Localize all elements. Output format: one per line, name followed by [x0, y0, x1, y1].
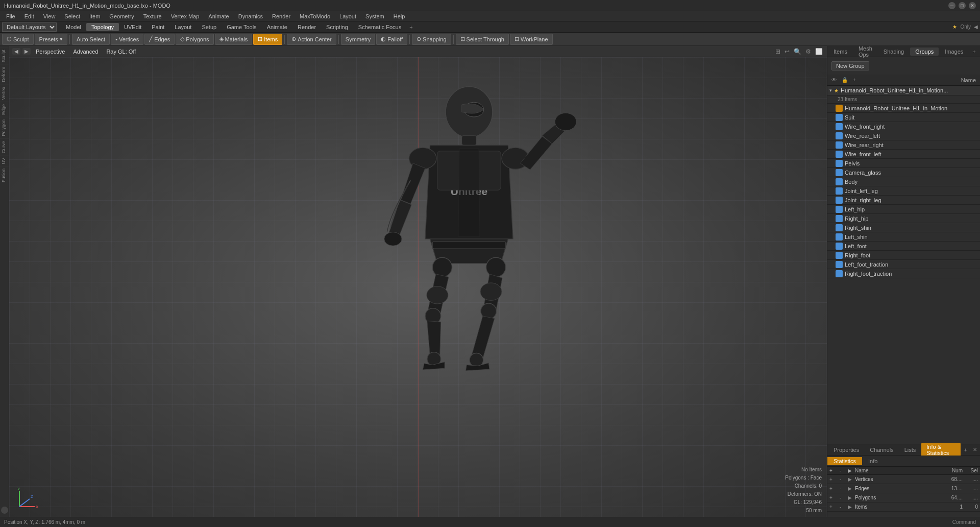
tab-model[interactable]: Model — [61, 23, 86, 31]
scene-item-wire-rear-left[interactable]: Wire_rear_left — [827, 131, 980, 140]
tab-scripting[interactable]: Scripting — [321, 23, 353, 31]
action-center-button[interactable]: ⊕ Action Center — [287, 34, 336, 45]
tab-uvedit[interactable]: UVEdit — [119, 23, 146, 31]
rb-tab-add[interactable]: + — [961, 446, 970, 454]
scene-group-header[interactable]: ▾ ★ Humanoid_Robot_Unitree_H1_in_Motion.… — [827, 86, 980, 95]
materials-button[interactable]: ◈ Materials — [215, 34, 253, 45]
scene-item-wire-front-left[interactable]: Wire_front_left — [827, 150, 980, 159]
viewport-settings-icon[interactable]: ⚙ — [804, 47, 812, 56]
sidebar-tab-polygon[interactable]: Polygon — [0, 117, 9, 138]
stats-row-items[interactable]: + - ▶ Items 1 0 — [827, 502, 980, 512]
workplane-button[interactable]: ⊟ WorkPlane — [510, 34, 553, 45]
tab-animate[interactable]: Animate — [262, 23, 292, 31]
tab-layout[interactable]: Layout — [169, 23, 197, 31]
symmetry-button[interactable]: Symmetry — [341, 34, 376, 45]
menu-help[interactable]: Help — [389, 12, 409, 20]
viewport-nav-right[interactable]: ▶ — [22, 48, 31, 55]
vertices-button[interactable]: • Vertices — [111, 34, 143, 45]
sidebar-tab-edge[interactable]: Edge — [0, 102, 9, 117]
sidebar-tab-sculpt[interactable]: Sculpt — [0, 47, 9, 64]
viewport-maximize-icon[interactable]: ⬜ — [814, 47, 824, 56]
sidebar-tab-vertex[interactable]: Vertex — [0, 84, 9, 102]
tab-render[interactable]: Render — [292, 23, 321, 31]
menu-view[interactable]: View — [39, 12, 60, 20]
menu-render[interactable]: Render — [268, 12, 295, 20]
sidebar-tab-curve[interactable]: Curve — [0, 138, 9, 155]
menu-system[interactable]: System — [361, 12, 388, 20]
sidebar-tab-fusion[interactable]: Fusion — [0, 166, 9, 184]
tab-schematic-focus[interactable]: Schematic Focus — [353, 23, 406, 31]
menu-animate[interactable]: Animate — [204, 12, 233, 20]
minimize-button[interactable]: ─ — [948, 2, 955, 9]
tab-topology[interactable]: Topology — [86, 23, 119, 31]
stats-row-polygons[interactable]: + - ▶ Polygons 64.... .... — [827, 493, 980, 502]
snapping-button[interactable]: ⊙ Snapping — [412, 34, 451, 45]
sidebar-bottom-btn[interactable] — [1, 507, 8, 514]
polygons-button[interactable]: ◇ Polygons — [176, 34, 213, 45]
rp-tab-add[interactable]: + — [969, 47, 978, 56]
rp-tab-shading[interactable]: Shading — [878, 47, 909, 56]
viewport-advanced-label[interactable]: Advanced — [70, 48, 101, 55]
scene-add-icon[interactable]: + — [851, 77, 858, 83]
items-button[interactable]: ⊞ Items — [253, 34, 282, 45]
tab-game-tools[interactable]: Game Tools — [222, 23, 262, 31]
rb-tab-info-stats[interactable]: Info & Statistics — [921, 443, 960, 457]
rb-tab-properties[interactable]: Properties — [828, 446, 864, 454]
scene-vis-icon[interactable]: 👁 — [829, 77, 839, 83]
sidebar-tab-uv[interactable]: UV — [0, 155, 9, 166]
menu-edit[interactable]: Edit — [20, 12, 38, 20]
scene-item-right-hip[interactable]: Right_hip — [827, 214, 980, 223]
tab-setup[interactable]: Setup — [197, 23, 222, 31]
rb-tab-channels[interactable]: Channels — [865, 446, 898, 454]
viewport-undo-view-icon[interactable]: ↩ — [783, 47, 791, 56]
viewport-perspective-label[interactable]: Perspective — [33, 48, 68, 55]
menu-item[interactable]: Item — [85, 12, 104, 20]
scene-item-left-hip[interactable]: Left_hip — [827, 205, 980, 214]
sculpt-button[interactable]: ⬡ Sculpt — [2, 34, 34, 45]
falloff-button[interactable]: ◐ Falloff — [376, 34, 407, 45]
rp-tab-groups[interactable]: Groups — [910, 47, 939, 56]
scene-item-joint-right-leg[interactable]: Joint_right_leg — [827, 196, 980, 205]
rp-tab-mesh-ops[interactable]: Mesh Ops — [853, 44, 877, 59]
scene-item-left-foot-traction[interactable]: Left_foot_traction — [827, 260, 980, 269]
viewport-canvas[interactable]: Unitree — [9, 57, 827, 517]
layout-tab-add[interactable]: + — [406, 23, 415, 31]
rb-tab-lists[interactable]: Lists — [899, 446, 921, 454]
scene-item-camera-glass[interactable]: Camera_glass — [827, 168, 980, 177]
menu-geometry[interactable]: Geometry — [105, 12, 138, 20]
rp-tab-images[interactable]: Images — [940, 47, 968, 56]
rp-tab-items[interactable]: Items — [828, 47, 852, 56]
close-button[interactable]: ✕ — [969, 2, 976, 9]
presets-button[interactable]: Presets ▾ — [35, 34, 67, 45]
viewport-ray-gl-label[interactable]: Ray GL: Off — [103, 48, 139, 55]
menu-layout[interactable]: Layout — [335, 12, 360, 20]
scene-item-left-shin[interactable]: Left_shin — [827, 232, 980, 242]
scene-item-wire-front-right[interactable]: Wire_front_right — [827, 122, 980, 131]
rb-panel-close-icon[interactable]: ✕ — [971, 446, 979, 453]
select-through-button[interactable]: ⊡ Select Through — [456, 34, 509, 45]
menu-file[interactable]: File — [2, 12, 19, 20]
sidebar-tab-deform[interactable]: Deform — [0, 64, 9, 84]
scene-item-body[interactable]: Body — [827, 177, 980, 186]
menu-select[interactable]: Select — [60, 12, 84, 20]
stats-row-edges[interactable]: + - ▶ Edges 13.... .... — [827, 484, 980, 493]
scene-item-joint-left-leg[interactable]: Joint_left_leg — [827, 186, 980, 196]
menu-maxtomodo[interactable]: MaxToModo — [296, 12, 334, 20]
scene-item-right-foot-traction[interactable]: Right_foot_traction — [827, 269, 980, 278]
stats-tab-info[interactable]: Info — [862, 457, 884, 465]
maximize-button[interactable]: □ — [959, 2, 966, 9]
menu-dynamics[interactable]: Dynamics — [234, 12, 267, 20]
viewport-nav-left[interactable]: ◀ — [12, 48, 20, 55]
scene-item-right-foot[interactable]: Right_foot — [827, 251, 980, 260]
edges-button[interactable]: ╱ Edges — [144, 34, 175, 45]
viewport-fit-icon[interactable]: ⊞ — [774, 47, 781, 56]
viewport-zoom-icon[interactable]: 🔍 — [793, 47, 802, 56]
scene-item-humanoid-robot[interactable]: Humanoid_Robot_Unitree_H1_in_Motion — [827, 104, 980, 113]
scene-lock-icon[interactable]: 🔒 — [840, 77, 850, 83]
tab-paint[interactable]: Paint — [146, 23, 169, 31]
scene-item-wire-rear-right[interactable]: Wire_rear_right — [827, 140, 980, 150]
stats-tab-statistics[interactable]: Statistics — [827, 457, 862, 465]
scene-item-left-foot[interactable]: Left_foot — [827, 242, 980, 251]
layout-select[interactable]: Default Layouts — [2, 22, 57, 32]
menu-vertex-map[interactable]: Vertex Map — [167, 12, 204, 20]
